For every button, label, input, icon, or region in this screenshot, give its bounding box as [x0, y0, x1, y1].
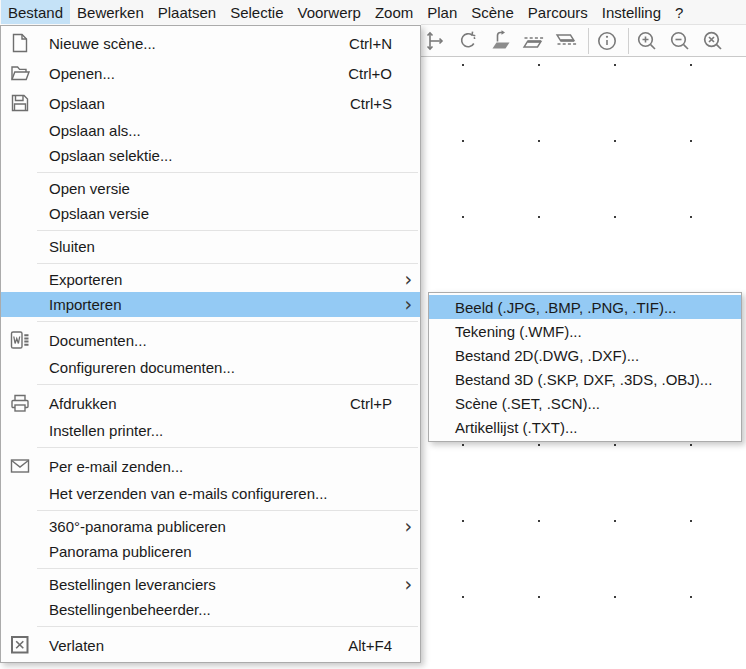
menu-item-openen[interactable]: Openen... Ctrl+O	[1, 58, 420, 88]
menu-item-verlaten[interactable]: Verlaten Alt+F4	[1, 630, 420, 660]
menu-separator	[37, 321, 418, 322]
save-icon	[1, 92, 49, 114]
menu-item-configureren-documenten[interactable]: Configureren documenten...	[1, 355, 420, 380]
menu-item-opslaan-versie[interactable]: Opslaan versie	[1, 201, 420, 226]
submenu-item-bestand-3d[interactable]: Bestand 3D (.SKP, DXF, .3DS, .OBJ)...	[429, 367, 741, 391]
menu-separator	[37, 263, 418, 264]
submenu-arrow-icon: ›	[392, 295, 412, 314]
paste-to-plane-tool-icon[interactable]	[489, 29, 513, 53]
info-tool-icon[interactable]	[595, 29, 619, 53]
menu-bewerken[interactable]: Bewerken	[70, 0, 151, 24]
menu-parcours[interactable]: Parcours	[521, 0, 595, 24]
printer-icon	[1, 392, 49, 414]
menu-item-per-email-zenden[interactable]: Per e-mail zenden...	[1, 451, 420, 481]
zoom-out-tool-icon[interactable]	[668, 29, 692, 53]
submenu-item-artikellijst[interactable]: Artikellijst (.TXT)...	[429, 415, 741, 439]
zoom-in-tool-icon[interactable]	[635, 29, 659, 53]
menu-help[interactable]: ?	[668, 0, 690, 24]
section-a-tool-icon[interactable]	[522, 29, 546, 53]
email-icon	[1, 455, 49, 477]
submenu-item-scene[interactable]: Scène (.SET, .SCN)...	[429, 391, 741, 415]
menu-plaatsen[interactable]: Plaatsen	[151, 0, 223, 24]
section-b-tool-icon[interactable]	[555, 29, 579, 53]
move-tool-icon[interactable]	[423, 29, 447, 53]
menu-separator	[37, 230, 418, 231]
menu-item-open-versie[interactable]: Open versie	[1, 176, 420, 201]
submenu-arrow-icon: ›	[392, 575, 412, 594]
rotate-tool-icon[interactable]	[456, 29, 480, 53]
menu-separator	[37, 384, 418, 385]
menu-bestand[interactable]: Bestand	[1, 0, 70, 24]
menu-item-bestellingen-leveranciers[interactable]: Bestellingen leveranciers ›	[1, 572, 420, 597]
menu-item-bestellingenbeheerder[interactable]: Bestellingenbeheerder...	[1, 597, 420, 622]
menu-plan[interactable]: Plan	[420, 0, 464, 24]
menu-item-sluiten[interactable]: Sluiten	[1, 234, 420, 259]
menu-separator	[37, 447, 418, 448]
menu-item-afdrukken[interactable]: Afdrukken Ctrl+P	[1, 388, 420, 418]
menu-item-nieuwe-scene[interactable]: Nieuwe scène... Ctrl+N	[1, 28, 420, 58]
menubar: Bestand Bewerken Plaatsen Selectie Voorw…	[0, 0, 746, 24]
menu-item-importeren[interactable]: Importeren ›	[1, 292, 420, 317]
submenu-item-beeld[interactable]: Beeld (.JPG, .BMP, .PNG, .TIF)...	[429, 295, 741, 319]
menu-zoom[interactable]: Zoom	[368, 0, 420, 24]
menu-separator	[37, 568, 418, 569]
menu-item-panorama-publiceren[interactable]: Panorama publiceren	[1, 539, 420, 564]
menu-scene[interactable]: Scène	[464, 0, 521, 24]
toolbar	[421, 24, 746, 57]
file-menu: Nieuwe scène... Ctrl+N Openen... Ctrl+O …	[0, 25, 421, 663]
new-scene-icon	[1, 32, 49, 54]
submenu-arrow-icon: ›	[392, 517, 412, 536]
menu-voorwerp[interactable]: Voorwerp	[291, 0, 368, 24]
menu-separator	[37, 172, 418, 173]
menu-item-opslaan-selektie[interactable]: Opslaan selektie...	[1, 143, 420, 168]
toolbar-separator	[588, 28, 589, 54]
submenu-item-tekening[interactable]: Tekening (.WMF)...	[429, 319, 741, 343]
menu-item-email-configureren[interactable]: Het verzenden van e-mails configureren..…	[1, 481, 420, 506]
menu-item-instellen-printer[interactable]: Instellen printer...	[1, 418, 420, 443]
menu-separator	[37, 510, 418, 511]
menu-item-exporteren[interactable]: Exporteren ›	[1, 267, 420, 292]
menu-item-360-panorama-publiceren[interactable]: 360°-panorama publiceren ›	[1, 514, 420, 539]
import-submenu: Beeld (.JPG, .BMP, .PNG, .TIF)... Tekeni…	[428, 292, 742, 442]
toolbar-separator	[628, 28, 629, 54]
submenu-item-bestand-2d[interactable]: Bestand 2D(.DWG, .DXF)...	[429, 343, 741, 367]
submenu-arrow-icon: ›	[392, 270, 412, 289]
exit-icon	[1, 634, 49, 656]
zoom-extents-tool-icon[interactable]	[701, 29, 725, 53]
menu-item-documenten[interactable]: Documenten...	[1, 325, 420, 355]
word-document-icon	[1, 329, 49, 351]
menu-selectie[interactable]: Selectie	[223, 0, 290, 24]
menu-item-opslaan-als[interactable]: Opslaan als...	[1, 118, 420, 143]
open-folder-icon	[1, 62, 49, 84]
menu-instelling[interactable]: Instelling	[595, 0, 668, 24]
menu-item-opslaan[interactable]: Opslaan Ctrl+S	[1, 88, 420, 118]
menu-separator	[37, 626, 418, 627]
